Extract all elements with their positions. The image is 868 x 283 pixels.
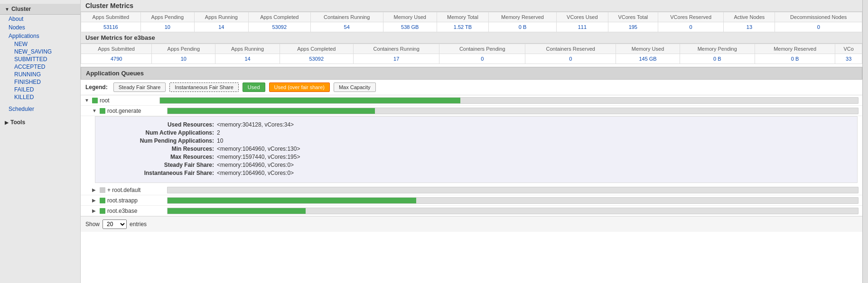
sidebar-nodes-link[interactable]: Nodes [0, 23, 80, 32]
sidebar-new-link[interactable]: NEW [12, 40, 80, 48]
legend-label: Legend: [85, 84, 108, 91]
queue-color-root-straapp [100, 198, 105, 203]
sidebar-scheduler-link[interactable]: Scheduler [0, 104, 80, 114]
queue-color-root-default [100, 187, 105, 193]
sidebar-accepted-link[interactable]: ACCEPTED [12, 63, 80, 71]
cluster-metrics-cell[interactable]: 10 [140, 22, 194, 32]
user-metrics-col-header: Apps Running [215, 44, 280, 54]
cluster-metrics-cell[interactable]: 13 [724, 22, 775, 32]
cluster-metrics-cell[interactable]: 195 [608, 22, 658, 32]
queue-toggle-root-straapp[interactable]: ▶ [92, 198, 98, 203]
user-metrics-cell[interactable]: 0 [439, 54, 525, 64]
detail-row-steady-fair: Steady Fair Share: <memory:1064960, vCor… [105, 162, 848, 168]
user-metrics-cell[interactable]: 0 [525, 54, 616, 64]
user-metrics-col-header: Apps Pending [152, 44, 215, 54]
cluster-label: Cluster [11, 6, 31, 12]
cluster-metrics-col-header: Apps Completed [248, 12, 310, 22]
queue-name-root-e3base: root.e3base [107, 208, 164, 214]
user-metrics-cell[interactable]: 10 [152, 54, 215, 64]
user-metrics-col-header: Containers Pending [439, 44, 525, 54]
queue-bar-green-root [160, 98, 460, 103]
queue-name-root-default: + root.default [107, 187, 164, 193]
user-metrics-col-header: Memory Reserved [755, 44, 835, 54]
queue-toggle-root-generate[interactable]: ▼ [92, 108, 98, 113]
queue-toggle-root-e3base[interactable]: ▶ [92, 208, 98, 213]
detail-instant-fair-label: Instantaneous Fair Share: [105, 170, 214, 176]
cluster-metrics-cell[interactable]: 0 [658, 22, 724, 32]
queue-toggle-root-default[interactable]: ▶ [92, 187, 98, 192]
sidebar-running-link[interactable]: RUNNING [12, 71, 80, 78]
cluster-metrics-cell[interactable]: 1.52 TB [437, 22, 488, 32]
sidebar-applications-link[interactable]: Applications [0, 32, 80, 40]
cluster-metrics-cell[interactable]: 111 [556, 22, 608, 32]
queue-row-root[interactable]: ▼ root [81, 95, 862, 106]
detail-row-num-pending: Num Pending Applications: 10 [105, 137, 848, 144]
queue-row-root-straapp[interactable]: ▶ root.straapp [81, 195, 862, 206]
queue-bar-root-generate [167, 108, 859, 114]
cluster-metrics-col-header: Memory Reserved [489, 12, 557, 22]
detail-used-resources-val: <memory:304128, vCores:34> [217, 121, 294, 128]
cluster-metrics-cell[interactable]: 53092 [248, 22, 310, 32]
sidebar-killed-link[interactable]: KILLED [12, 93, 80, 101]
queue-bar-green-root-straapp [168, 198, 416, 203]
detail-row-instant-fair: Instantaneous Fair Share: <memory:106496… [105, 170, 848, 176]
cluster-metrics-col-header: Apps Pending [140, 12, 194, 22]
user-metrics-col-header: Containers Reserved [525, 44, 616, 54]
sidebar: ▼ Cluster About Nodes Applications NEW N… [0, 0, 81, 283]
user-metrics-col-header: Apps Completed [280, 44, 353, 54]
legend-used-over-fair: Used (over fair share) [269, 82, 330, 92]
user-metrics-cell[interactable]: 53092 [280, 54, 353, 64]
sidebar-submitted-link[interactable]: SUBMITTED [12, 55, 80, 63]
user-metrics-cell[interactable]: 33 [835, 54, 862, 64]
sidebar-failed-link[interactable]: FAILED [12, 86, 80, 93]
cluster-section: ▼ Cluster [0, 4, 80, 15]
user-metrics-cell[interactable]: 0 B [755, 54, 835, 64]
scrollbar[interactable] [862, 0, 868, 283]
detail-min-resources-label: Min Resources: [105, 146, 214, 152]
detail-row-max-resources: Max Resources: <memory:1597440, vCores:1… [105, 154, 848, 160]
cluster-metrics-table: Apps SubmittedApps PendingApps RunningAp… [81, 12, 862, 32]
cluster-metrics-col-header: VCores Used [556, 12, 608, 22]
queue-color-root [92, 98, 98, 103]
user-metrics-cell[interactable]: 17 [353, 54, 439, 64]
user-metrics-cell[interactable]: 0 B [680, 54, 755, 64]
queue-name-root-straapp: root.straapp [107, 197, 164, 204]
tools-arrow-icon[interactable]: ▶ [5, 120, 9, 125]
detail-row-min-resources: Min Resources: <memory:1064960, vCores:1… [105, 146, 848, 152]
cluster-metrics-col-header: Active Nodes [724, 12, 775, 22]
user-metrics-cell[interactable]: 4790 [81, 54, 152, 64]
show-entries-row: Show 20 50 100 entries [81, 216, 862, 232]
app-queues-header: Application Queues [81, 67, 862, 80]
queue-row-root-generate[interactable]: ▼ root.generate [81, 106, 862, 116]
cluster-metrics-cell[interactable]: 0 [775, 22, 862, 32]
sidebar-tools: ▶ Tools [0, 117, 80, 128]
queue-row-root-e3base[interactable]: ▶ root.e3base [81, 206, 862, 216]
sidebar-new-saving-link[interactable]: NEW_SAVING [12, 48, 80, 55]
detail-num-pending-val: 10 [217, 137, 223, 144]
sidebar-about-link[interactable]: About [0, 15, 80, 23]
cluster-metrics-cell[interactable]: 14 [194, 22, 248, 32]
cluster-metrics-cell[interactable]: 538 GB [383, 22, 437, 32]
cluster-metrics-col-header: VCores Total [608, 12, 658, 22]
legend-row: Legend: Steady Fair Share Instantaneous … [81, 80, 862, 95]
queue-row-root-default[interactable]: ▶ + root.default [81, 185, 862, 195]
detail-row-num-active: Num Active Applications: 2 [105, 129, 848, 136]
user-metrics-cell[interactable]: 14 [215, 54, 280, 64]
detail-steady-fair-label: Steady Fair Share: [105, 162, 214, 168]
queue-toggle-root[interactable]: ▼ [84, 98, 90, 103]
cluster-metrics-cell[interactable]: 0 B [489, 22, 557, 32]
show-entries-select[interactable]: 20 50 100 [103, 219, 127, 229]
cluster-metrics-cell[interactable]: 53116 [81, 22, 141, 32]
sidebar-finished-link[interactable]: FINISHED [12, 78, 80, 86]
detail-max-resources-val: <memory:1597440, vCores:195> [217, 154, 300, 160]
user-metrics-cell[interactable]: 145 GB [616, 54, 680, 64]
cluster-arrow-icon[interactable]: ▼ [5, 7, 9, 12]
legend-instantaneous-fair-share: Instantaneous Fair Share [169, 82, 239, 92]
cluster-metrics-col-header: Memory Used [383, 12, 437, 22]
queue-color-root-generate [100, 108, 105, 114]
tools-label: Tools [10, 119, 25, 126]
cluster-metrics-cell[interactable]: 54 [310, 22, 383, 32]
queue-name-root-generate: root.generate [107, 108, 164, 114]
show-entries-label-before: Show [85, 221, 100, 228]
user-metrics-header: User Metrics for e3base [81, 32, 862, 44]
